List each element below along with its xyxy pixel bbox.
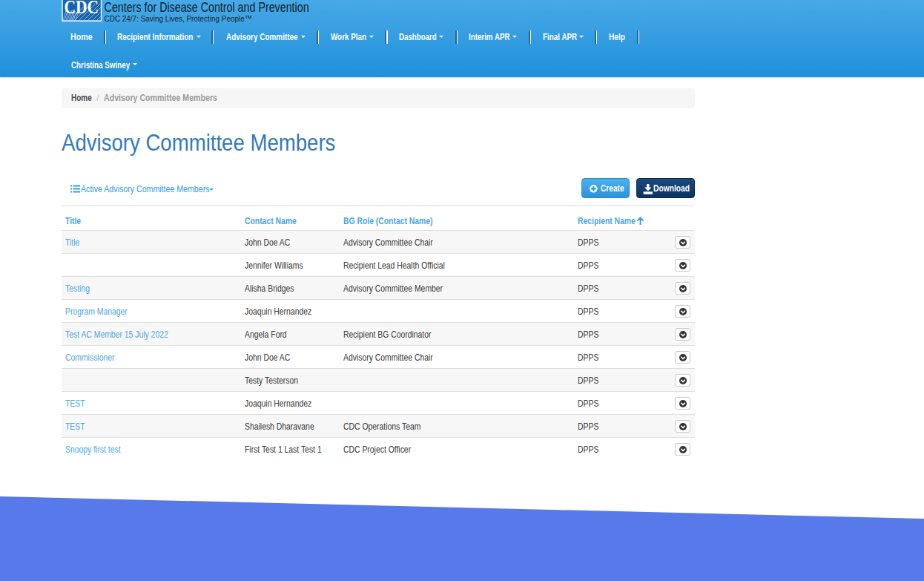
svg-text:CDC: CDC: [64, 0, 98, 17]
svg-text:CDC 24/7: Saving Lives, Protec: CDC 24/7: Saving Lives, Protecting Peopl…: [105, 13, 252, 24]
svg-text:Centers for Disease Control an: Centers for Disease Control and Preventi…: [105, 0, 309, 15]
